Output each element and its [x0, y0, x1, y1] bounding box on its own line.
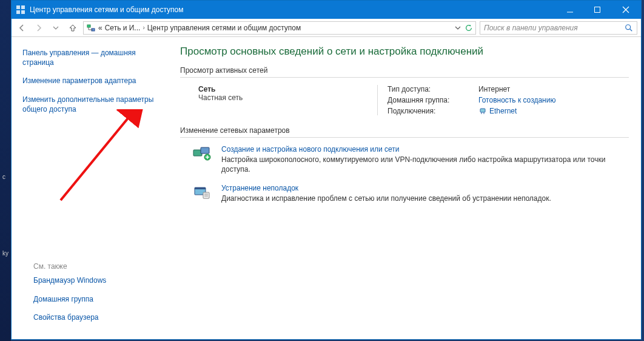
minimize-button[interactable] — [556, 1, 583, 19]
search-input[interactable] — [484, 24, 625, 32]
network-name: Сеть — [198, 85, 377, 93]
sidebar-firewall-link[interactable]: Брандмауэр Windows — [33, 275, 167, 285]
access-type-value: Интернет — [478, 85, 629, 93]
desktop-taskbar-strip: с ky — [0, 0, 11, 341]
svg-rect-2 — [16, 10, 20, 14]
svg-rect-14 — [480, 109, 485, 112]
network-icon — [86, 23, 96, 33]
svg-rect-0 — [16, 5, 20, 9]
homegroup-link[interactable]: Готовность к созданию — [478, 96, 555, 104]
breadcrumb-actions — [455, 24, 473, 32]
chevron-down-icon[interactable] — [455, 25, 461, 31]
see-also-section: См. также Брандмауэр Windows Домашняя гр… — [33, 262, 167, 331]
svg-point-12 — [626, 24, 631, 29]
up-button[interactable] — [66, 21, 79, 35]
svg-rect-5 — [594, 7, 600, 13]
taskbar-letter: ky — [2, 250, 8, 257]
svg-rect-3 — [21, 10, 25, 14]
main-content: Просмотр основных сведений о сети и наст… — [163, 37, 641, 339]
access-type-label: Тип доступа: — [387, 85, 478, 93]
search-icon[interactable] — [625, 24, 633, 32]
homegroup-label: Домашняя группа: — [387, 96, 478, 104]
forward-button[interactable] — [32, 21, 45, 35]
network-type: Частная сеть — [198, 93, 377, 102]
connection-name: Ethernet — [489, 107, 517, 115]
svg-line-13 — [630, 29, 632, 31]
window-title: Центр управления сетями и общим доступом — [30, 5, 556, 14]
svg-rect-22 — [203, 192, 209, 198]
back-button[interactable] — [15, 21, 29, 35]
sidebar-home-link[interactable]: Панель управления — домашняя страница — [22, 48, 157, 67]
network-identity: Сеть Частная сеть — [180, 85, 377, 115]
breadcrumb-part2[interactable]: Центр управления сетями и общим доступом — [147, 24, 301, 32]
troubleshoot-desc: Диагностика и исправление проблем с сеть… — [221, 194, 551, 203]
breadcrumb-part1[interactable]: Сеть и И... — [105, 24, 141, 32]
sidebar: Панель управления — домашняя страница Из… — [12, 37, 163, 339]
chevron-right-icon[interactable]: › — [143, 24, 144, 31]
create-connection-text: Создание и настройка нового подключения … — [221, 145, 629, 174]
page-title: Просмотр основных сведений о сети и наст… — [180, 46, 629, 58]
control-panel-window: Центр управления сетями и общим доступом… — [11, 0, 642, 340]
network-entry: Сеть Частная сеть Тип доступа: Интернет … — [180, 85, 629, 115]
troubleshoot-text: Устранение неполадок Диагностика и испра… — [221, 184, 551, 203]
breadcrumb-prefix: « — [98, 24, 102, 32]
navigation-bar: « Сеть и И... › Центр управления сетями … — [12, 19, 641, 37]
svg-rect-18 — [201, 147, 209, 154]
sidebar-advanced-sharing-link[interactable]: Изменить дополнительные параметры общего… — [22, 95, 157, 114]
recent-dropdown[interactable] — [49, 21, 62, 35]
search-box[interactable] — [480, 21, 637, 35]
breadcrumb[interactable]: « Сеть и И... › Центр управления сетями … — [83, 21, 476, 35]
refresh-icon[interactable] — [465, 24, 473, 32]
create-connection-desc: Настройка широкополосного, коммутируемог… — [221, 155, 629, 174]
divider — [180, 137, 629, 138]
window-icon — [12, 5, 30, 15]
body-area: Панель управления — домашняя страница Из… — [12, 37, 641, 339]
active-networks-label: Просмотр активных сетей — [180, 66, 629, 75]
change-settings-label: Изменение сетевых параметров — [180, 126, 629, 135]
svg-rect-8 — [87, 25, 90, 27]
see-also-label: См. также — [33, 262, 167, 271]
troubleshoot-link[interactable]: Устранение неполадок — [221, 184, 298, 192]
network-details: Тип доступа: Интернет Домашняя группа: Г… — [377, 85, 629, 115]
divider — [180, 77, 629, 78]
taskbar-letter: с — [2, 174, 5, 180]
svg-rect-21 — [195, 187, 206, 189]
connections-label: Подключения: — [387, 107, 478, 115]
sidebar-browser-props-link[interactable]: Свойства браузера — [33, 312, 167, 322]
create-connection-link[interactable]: Создание и настройка нового подключения … — [221, 145, 400, 154]
troubleshoot-icon — [192, 184, 212, 201]
setup-connection-icon — [192, 145, 212, 162]
connection-link[interactable]: Ethernet — [478, 107, 517, 115]
troubleshoot-item: Устранение неполадок Диагностика и испра… — [180, 184, 629, 203]
sidebar-homegroup-link[interactable]: Домашняя группа — [33, 294, 167, 304]
close-button[interactable] — [611, 1, 641, 19]
window-buttons — [556, 1, 641, 19]
ethernet-icon — [478, 107, 487, 115]
svg-rect-1 — [21, 5, 25, 9]
maximize-button[interactable] — [583, 1, 611, 19]
create-connection-item: Создание и настройка нового подключения … — [180, 145, 629, 174]
titlebar: Центр управления сетями и общим доступом — [12, 1, 641, 19]
sidebar-adapter-link[interactable]: Изменение параметров адаптера — [22, 76, 157, 86]
